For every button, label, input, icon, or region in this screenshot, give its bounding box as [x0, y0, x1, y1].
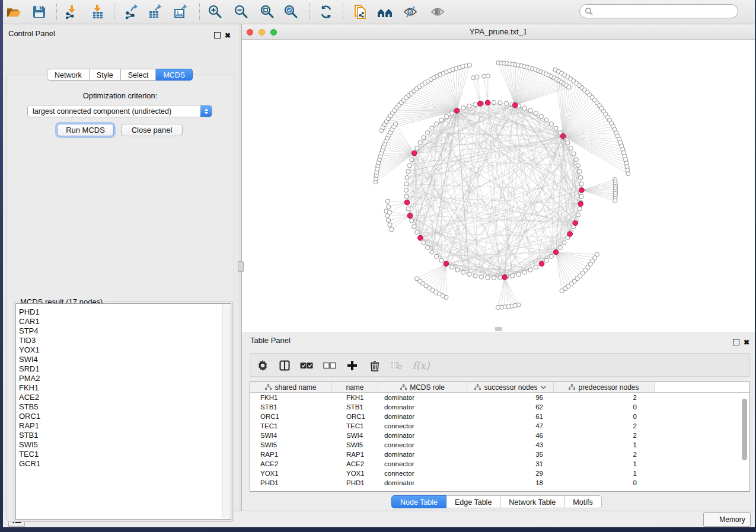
column-header-successor-nodes[interactable]: successor nodes: [467, 382, 554, 392]
graph-node[interactable]: [461, 270, 465, 274]
graph-hub-node[interactable]: [579, 188, 585, 193]
graph-hub-node[interactable]: [454, 108, 460, 114]
graph-leaf-node[interactable]: [496, 305, 500, 309]
graph-node[interactable]: [434, 122, 438, 126]
graph-node[interactable]: [522, 106, 527, 110]
graph-node[interactable]: [576, 213, 580, 217]
zoom-in-button[interactable]: [206, 3, 224, 21]
graph-leaf-node[interactable]: [613, 198, 617, 203]
graph-leaf-node[interactable]: [415, 277, 419, 281]
import-network-button[interactable]: [63, 3, 81, 21]
network-table-splitter-handle[interactable]: [495, 327, 502, 331]
run-mcds-button[interactable]: Run MCDS: [57, 124, 114, 136]
export-table-button[interactable]: [146, 3, 164, 21]
graph-hub-node[interactable]: [404, 200, 410, 205]
graph-node[interactable]: [544, 258, 548, 262]
graph-node[interactable]: [579, 182, 583, 186]
graph-hub-node[interactable]: [513, 102, 518, 108]
table-scrollbar[interactable]: [742, 399, 747, 460]
table-row[interactable]: SWI4SWI4dominator462: [250, 431, 749, 440]
graph-node[interactable]: [516, 272, 521, 276]
graph-node[interactable]: [461, 106, 465, 110]
result-list-scrollbar[interactable]: [222, 305, 230, 518]
clone-network-button[interactable]: [351, 3, 369, 21]
graph-node[interactable]: [544, 118, 548, 122]
graph-node[interactable]: [473, 274, 477, 278]
graph-hub-node[interactable]: [485, 100, 490, 105]
open-file-button[interactable]: [5, 3, 23, 21]
show-columns-button[interactable]: [275, 356, 294, 375]
table-settings-button[interactable]: [253, 356, 272, 375]
graph-leaf-node[interactable]: [467, 63, 471, 67]
float-panel-icon[interactable]: [214, 30, 221, 41]
table-row[interactable]: TEC1TEC1connector472: [250, 421, 749, 431]
graph-node[interactable]: [579, 194, 583, 198]
graph-leaf-node[interactable]: [387, 218, 391, 222]
column-header-mcds-role[interactable]: MCDS role: [378, 382, 467, 392]
graph-node[interactable]: [449, 265, 454, 269]
mcds-result-item[interactable]: SRD1: [19, 364, 231, 374]
graph-hub-node[interactable]: [478, 101, 483, 107]
create-column-button[interactable]: [343, 356, 362, 375]
function-builder-button[interactable]: f(x): [409, 356, 433, 375]
tab-network[interactable]: Network: [47, 69, 90, 81]
graph-node[interactable]: [522, 270, 527, 274]
graph-node[interactable]: [430, 126, 434, 130]
mcds-result-item[interactable]: PMA2: [19, 374, 231, 383]
graph-leaf-node[interactable]: [471, 76, 475, 80]
table-row[interactable]: STB1STB1dominator620: [250, 402, 749, 412]
zoom-out-button[interactable]: [232, 3, 250, 21]
graph-node[interactable]: [528, 268, 532, 272]
graph-node[interactable]: [549, 254, 553, 258]
graph-node[interactable]: [539, 114, 543, 118]
column-header-name[interactable]: name: [332, 382, 378, 392]
graph-hub-node[interactable]: [578, 201, 583, 207]
graph-node[interactable]: [549, 122, 553, 126]
delete-column-button[interactable]: [365, 356, 384, 375]
graph-hub-node[interactable]: [418, 235, 423, 241]
mcds-result-item[interactable]: STB1: [19, 431, 231, 440]
graph-node[interactable]: [473, 102, 477, 107]
tab-mcds[interactable]: MCDS: [156, 69, 193, 81]
mcds-result-item[interactable]: CAR1: [19, 317, 231, 326]
graph-node[interactable]: [404, 188, 408, 192]
refresh-button[interactable]: [317, 3, 335, 21]
zoom-fit-button[interactable]: [259, 3, 276, 21]
graph-node[interactable]: [410, 219, 414, 223]
graph-hub-node[interactable]: [553, 249, 559, 255]
hide-graphics-details-button[interactable]: [401, 3, 419, 21]
table-row[interactable]: ORC1ORC1dominator610: [250, 412, 749, 421]
graph-node[interactable]: [534, 265, 538, 269]
table-row[interactable]: PHD1PHD1dominator180: [250, 478, 749, 488]
search-box[interactable]: [579, 4, 738, 18]
graph-node[interactable]: [562, 241, 566, 245]
graph-leaf-node[interactable]: [385, 199, 390, 203]
network-canvas[interactable]: [242, 40, 755, 332]
import-table-button[interactable]: [89, 3, 107, 21]
graph-leaf-node[interactable]: [394, 122, 398, 126]
graph-leaf-node[interactable]: [567, 85, 571, 89]
table-row[interactable]: FKH1FKH1dominator962: [250, 393, 749, 402]
column-header-predecessor-nodes[interactable]: predecessor nodes: [554, 382, 655, 392]
mcds-result-item[interactable]: GCR1: [19, 459, 231, 469]
graph-hub-node[interactable]: [567, 232, 573, 237]
graph-node[interactable]: [558, 245, 562, 249]
graph-leaf-node[interactable]: [387, 205, 391, 209]
graph-hub-node[interactable]: [539, 261, 544, 267]
graph-node[interactable]: [492, 100, 496, 104]
mcds-result-item[interactable]: STP4: [19, 326, 231, 336]
mcds-result-item[interactable]: FKH1: [19, 383, 231, 393]
graph-node[interactable]: [492, 275, 496, 280]
graph-node[interactable]: [439, 118, 444, 122]
graph-node[interactable]: [406, 169, 410, 174]
destroy-table-button[interactable]: [387, 356, 406, 375]
mcds-result-item[interactable]: SWI4: [19, 355, 231, 364]
table-row[interactable]: ACE2ACE2connector311: [250, 459, 749, 469]
panel-splitter-handle[interactable]: [238, 261, 244, 272]
tab-style[interactable]: Style: [90, 69, 121, 81]
search-neighbors-button[interactable]: [376, 3, 394, 21]
graph-node[interactable]: [498, 101, 502, 105]
graph-node[interactable]: [407, 164, 412, 168]
mcds-result-item[interactable]: PHD1: [19, 307, 231, 317]
graph-hub-node[interactable]: [573, 220, 578, 226]
